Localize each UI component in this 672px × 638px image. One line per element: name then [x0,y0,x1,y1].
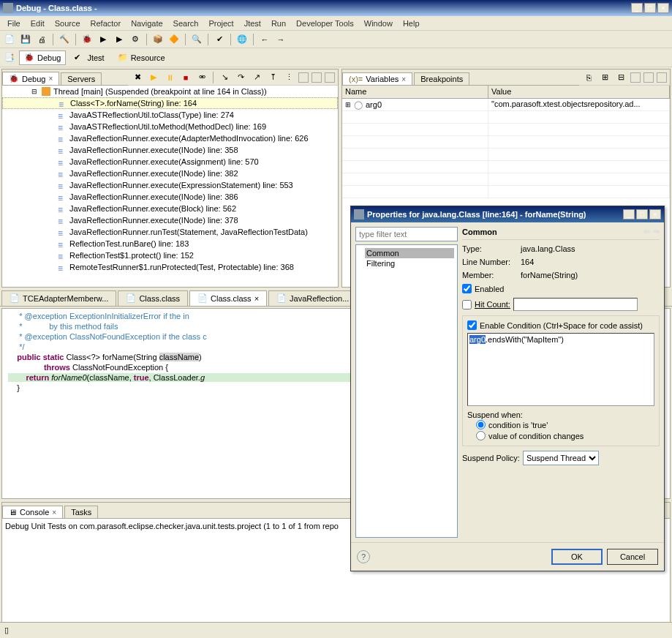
disconnect-icon[interactable]: ⚮ [195,71,208,84]
use-step-filters-icon[interactable]: ⋮ [282,71,295,84]
tree-item-common[interactable]: Common [365,248,454,258]
forward-icon[interactable]: ⇒ [653,227,660,236]
menu-search[interactable]: Search [169,18,203,29]
dialog-close-button[interactable]: × [649,209,661,219]
stack-frame[interactable]: JavaReflectionRunner.execute(INode) line… [2,168,338,179]
view-menu-icon[interactable] [298,72,309,83]
stack-frame[interactable]: JavaReflectionRunner.execute(INode) line… [2,144,338,156]
menu-help[interactable]: Help [399,18,424,29]
menu-project[interactable]: Project [204,18,238,29]
open-perspective-icon[interactable]: 📑 [3,51,16,64]
col-value[interactable]: Value [488,86,670,98]
view-menu-icon[interactable] [630,72,641,83]
nav-fwd-icon[interactable]: → [274,33,287,46]
variables-tab[interactable]: (x)= Variables × [342,72,412,85]
ext-tools-icon[interactable]: ⚙ [129,33,142,46]
dialog-minimize-button[interactable]: _ [623,209,635,219]
stack-frame[interactable]: JavaReflectionRunner.execute(Assignment)… [2,156,338,168]
debug-tab[interactable]: 🐞 Debug × [2,72,59,85]
new-icon[interactable]: 📄 [3,33,16,46]
print-icon[interactable]: 🖨 [35,33,48,46]
menu-run[interactable]: Run [267,18,290,29]
menu-source[interactable]: Source [50,18,85,29]
menu-developer-tools[interactable]: Developer Tools [292,18,358,29]
menu-window[interactable]: Window [360,18,397,29]
step-over-icon[interactable]: ↷ [234,71,247,84]
back-icon[interactable]: ⇐ [643,227,650,236]
maximize-view-icon[interactable] [325,72,335,83]
minimize-view-icon[interactable] [643,72,654,83]
new-package-icon[interactable]: 📦 [151,33,165,46]
expand-icon[interactable]: ⊟ [31,88,37,95]
editor-tab[interactable]: 📄Class.class [118,290,188,306]
perspective-jtest[interactable]: ✔Jtest [69,50,109,65]
debug-stack-tree[interactable]: ⊟ Thread [main] (Suspended (breakpoint a… [2,86,338,287]
stack-frame[interactable]: Class<T>.forName(String) line: 164 [2,97,338,109]
stack-frame[interactable]: RemoteTestRunner$1.runProtected(Test, Pr… [2,261,338,273]
col-name[interactable]: Name [342,86,488,98]
build-icon[interactable]: 🔨 [58,33,71,46]
stack-frame[interactable]: ReflectionTest.runBare() line: 183 [2,238,338,249]
perspective-resource[interactable]: 📁Resource [113,50,170,65]
run-icon[interactable]: ▶ [97,33,110,46]
variable-row[interactable]: ⊞ ◯ arg0"com.parasoft.xtest.objectsrepos… [342,99,670,111]
stack-frame[interactable]: JavaReflectionRunner.execute(AdapterMeth… [2,132,338,144]
menu-jtest[interactable]: Jtest [240,18,265,29]
filter-input[interactable] [355,227,458,241]
perspective-debug[interactable]: 🐞Debug [19,50,66,65]
enable-condition-checkbox[interactable] [467,320,477,330]
menu-file[interactable]: File [3,18,25,29]
maximize-button[interactable]: □ [644,3,656,13]
condition-editor[interactable]: arg0.endsWith("MapItem") [467,333,654,406]
show-type-names-icon[interactable]: ⎘ [582,71,595,84]
help-icon[interactable]: ? [357,550,370,563]
suspend-icon[interactable]: ⏸ [163,71,176,84]
minimize-button[interactable]: _ [631,3,643,13]
stack-frame[interactable]: JavaReflectionRunner.execute(INode) line… [2,191,338,203]
dialog-maximize-button[interactable]: □ [636,209,648,219]
step-return-icon[interactable]: ↗ [250,71,263,84]
maximize-view-icon[interactable] [657,72,667,83]
radio-condition-true[interactable] [476,420,486,429]
terminate-icon[interactable]: ■ [179,71,192,84]
stack-frame[interactable]: JavaReflectionRunner.execute(INode) line… [2,214,338,226]
search-icon[interactable]: 🔍 [190,33,203,46]
close-icon[interactable]: × [254,294,259,303]
nav-back-icon[interactable]: ← [258,33,271,46]
remove-terminated-icon[interactable]: ✖ [131,71,144,84]
collapse-all-icon[interactable]: ⊟ [614,71,627,84]
close-button[interactable]: × [657,3,669,13]
tree-item-filtering[interactable]: Filtering [365,258,454,269]
web-icon[interactable]: 🌐 [235,33,249,46]
menu-navigate[interactable]: Navigate [127,18,167,29]
menu-edit[interactable]: Edit [26,18,49,29]
show-logical-icon[interactable]: ⊞ [598,71,611,84]
breakpoints-tab[interactable]: Breakpoints [414,72,469,85]
radio-condition-change[interactable] [476,431,486,440]
minimize-view-icon[interactable] [312,72,322,83]
stack-frame[interactable]: JavaReflectionRunner.execute(ExpressionS… [2,179,338,191]
stack-frame[interactable]: JavaReflectionRunner.execute(Block) line… [2,203,338,214]
servers-tab[interactable]: Servers [61,72,102,85]
debug-icon[interactable]: 🐞 [80,33,94,46]
editor-tab[interactable]: 📄JavaReflection... [268,290,357,306]
close-icon[interactable]: × [48,75,53,83]
resume-icon[interactable]: ▶ [147,71,160,84]
cancel-button[interactable]: Cancel [607,549,658,565]
stack-frame[interactable]: JavaASTReflectionUtil.toMethod(MethodDec… [2,121,338,132]
stack-frame[interactable]: ReflectionTest$1.protect() line: 152 [2,249,338,261]
close-icon[interactable]: × [401,75,406,83]
ok-button[interactable]: OK [551,549,603,565]
editor-tab[interactable]: 📄TCEAdapterMemberw... [1,290,116,306]
enabled-checkbox[interactable] [462,284,472,293]
drop-to-frame-icon[interactable]: ⤒ [266,71,279,84]
tasks-tab[interactable]: Tasks [64,506,98,518]
suspend-policy-select[interactable]: Suspend Thread [523,451,599,465]
run-last-icon[interactable]: ▶ [113,33,126,46]
expand-icon[interactable]: ⊞ [345,101,351,108]
editor-tab[interactable]: 📄Class.class× [189,290,267,306]
step-into-icon[interactable]: ↘ [218,71,231,84]
new-type-icon[interactable]: 🔶 [167,33,181,46]
save-icon[interactable]: 💾 [19,33,32,46]
console-tab[interactable]: 🖥Console × [2,506,63,518]
